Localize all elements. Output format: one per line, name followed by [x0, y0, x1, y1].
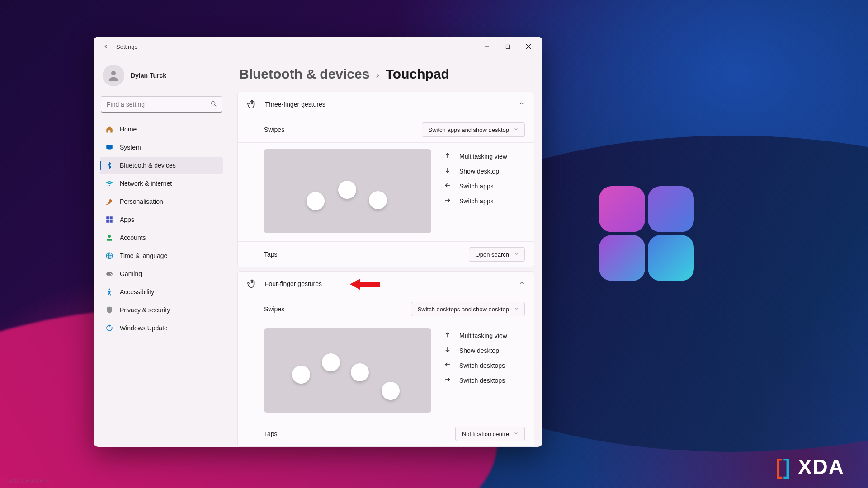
gesture-action-up[interactable]: Multitasking view — [444, 152, 507, 160]
minimize-button[interactable] — [476, 39, 497, 54]
swipes-dropdown-three[interactable]: Switch apps and show desktop — [422, 122, 525, 137]
sidebar-item-accessibility[interactable]: Accessibility — [100, 283, 223, 300]
sidebar-item-apps[interactable]: Apps — [100, 211, 223, 228]
wifi-icon — [105, 179, 113, 188]
arrow-left-icon — [444, 361, 452, 370]
sidebar-item-label: Privacy & security — [120, 306, 170, 314]
three-finger-gestures-card: Three-finger gestures Swipes Switch apps… — [237, 92, 534, 267]
svg-rect-4 — [108, 150, 111, 150]
chevron-right-icon: › — [376, 70, 379, 81]
chevron-down-icon — [514, 127, 519, 133]
sidebar-item-label: Time & language — [120, 252, 167, 259]
breadcrumb: Bluetooth & devices › Touchpad — [237, 66, 534, 82]
main-content: Bluetooth & devices › Touchpad Three-fin… — [229, 56, 542, 447]
home-icon — [105, 125, 113, 133]
gesture-list-three: Multitasking view Show desktop Switch ap… — [444, 149, 507, 233]
svg-rect-8 — [110, 220, 113, 223]
sidebar-item-windows-update[interactable]: Windows Update — [100, 319, 223, 337]
sidebar-item-label: Accounts — [120, 234, 146, 241]
swipes-preview-row: Multitasking view Show desktop Switch ap… — [238, 142, 534, 241]
taps-dropdown-four[interactable]: Notification centre — [455, 427, 525, 441]
svg-rect-3 — [106, 145, 113, 149]
shield-icon — [105, 306, 113, 314]
swipes-dropdown-four[interactable]: Switch desktops and show desktop — [411, 302, 525, 316]
svg-point-13 — [111, 274, 112, 275]
svg-point-14 — [109, 289, 110, 290]
sidebar-item-privacy-security[interactable]: Privacy & security — [100, 301, 223, 319]
sidebar-item-gaming[interactable]: Gaming — [100, 265, 223, 282]
gesture-action-up[interactable]: Multitasking view — [444, 331, 507, 340]
sidebar-item-label: Gaming — [120, 270, 142, 277]
svg-rect-7 — [106, 220, 109, 223]
gamepad-icon — [105, 270, 113, 278]
search-field-wrap — [101, 96, 222, 113]
sidebar-item-label: Windows Update — [120, 324, 168, 332]
sidebar-item-personalisation[interactable]: Personalisation — [100, 193, 223, 210]
taps-row: Taps Notification centre — [238, 421, 534, 446]
taps-row: Taps Open search — [238, 241, 534, 267]
bluetooth-icon — [105, 161, 113, 169]
arrow-left-icon — [444, 182, 452, 190]
xda-brand-mark: [] XDA — [775, 455, 844, 479]
breadcrumb-parent[interactable]: Bluetooth & devices — [239, 66, 369, 82]
sidebar-nav: Home System Bluetooth & devices Network … — [98, 121, 225, 337]
gesture-action-right[interactable]: Switch apps — [444, 197, 507, 205]
accessibility-icon — [105, 288, 113, 296]
sidebar-item-label: Network & internet — [120, 180, 172, 187]
gesture-action-right[interactable]: Switch desktops — [444, 376, 507, 385]
gesture-action-left[interactable]: Switch desktops — [444, 361, 507, 370]
chevron-down-icon — [514, 306, 519, 313]
account-icon — [105, 234, 113, 242]
sidebar-item-label: Personalisation — [120, 198, 163, 205]
breadcrumb-current: Touchpad — [386, 66, 449, 82]
search-input[interactable] — [101, 96, 222, 113]
panel-title: Three-finger gestures — [265, 101, 519, 108]
gesture-action-down[interactable]: Show desktop — [444, 346, 507, 355]
swipes-row: Swipes Switch apps and show desktop — [238, 117, 534, 142]
svg-rect-6 — [110, 216, 113, 219]
swipes-preview-row: Multitasking view Show desktop Switch de… — [238, 322, 534, 421]
gesture-preview-four — [264, 328, 431, 413]
sidebar-item-system[interactable]: System — [100, 139, 223, 156]
window-title: Settings — [116, 43, 137, 50]
globe-icon — [105, 252, 113, 260]
chevron-up-icon — [519, 100, 525, 108]
wallpaper-watermark: WALLHAVEN — [7, 477, 49, 484]
arrow-down-icon — [444, 346, 452, 355]
close-button[interactable] — [518, 39, 539, 54]
four-finger-gestures-header[interactable]: Four-finger gestures — [238, 272, 534, 296]
back-button[interactable] — [98, 39, 113, 54]
profile-block[interactable]: Dylan Turck — [98, 61, 225, 94]
taps-label: Taps — [264, 430, 278, 437]
arrow-right-icon — [444, 376, 452, 385]
gesture-action-down[interactable]: Show desktop — [444, 167, 507, 175]
swipes-label: Swipes — [264, 305, 284, 313]
settings-window: Settings Dylan Turck — [94, 37, 542, 447]
sidebar-item-accounts[interactable]: Accounts — [100, 229, 223, 246]
search-icon — [210, 100, 217, 109]
arrow-right-icon — [444, 197, 452, 205]
brush-icon — [105, 197, 113, 206]
sidebar-item-network[interactable]: Network & internet — [100, 175, 223, 192]
arrow-up-icon — [444, 331, 452, 340]
maximize-button[interactable] — [497, 39, 518, 54]
profile-name: Dylan Turck — [131, 72, 166, 79]
four-finger-gestures-card: Four-finger gestures Swipes Switch deskt… — [237, 271, 534, 447]
three-finger-gestures-header[interactable]: Three-finger gestures — [238, 92, 534, 117]
svg-rect-11 — [106, 272, 113, 276]
sidebar-item-label: Accessibility — [120, 288, 154, 296]
svg-rect-0 — [506, 45, 509, 48]
sidebar-item-time-language[interactable]: Time & language — [100, 247, 223, 264]
chevron-down-icon — [514, 251, 519, 258]
sidebar-item-home[interactable]: Home — [100, 121, 223, 138]
sidebar-item-bluetooth-devices[interactable]: Bluetooth & devices — [100, 157, 223, 174]
svg-rect-5 — [106, 216, 109, 219]
gesture-preview-three — [264, 149, 431, 233]
taps-dropdown-three[interactable]: Open search — [469, 247, 525, 262]
sidebar-item-label: Bluetooth & devices — [120, 162, 176, 169]
gesture-list-four: Multitasking view Show desktop Switch de… — [444, 328, 507, 413]
svg-point-9 — [108, 235, 111, 238]
sidebar: Dylan Turck Home System — [94, 56, 229, 447]
gesture-action-left[interactable]: Switch apps — [444, 182, 507, 190]
system-icon — [105, 143, 113, 151]
